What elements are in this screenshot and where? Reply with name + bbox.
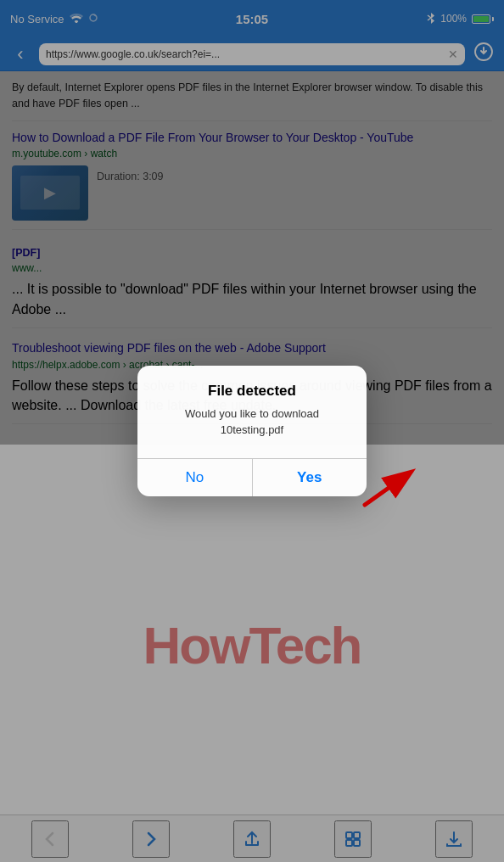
svg-line-6 — [365, 473, 409, 505]
file-detected-modal: File detected Would you like to download… — [137, 366, 367, 495]
modal-content: File detected Would you like to download… — [137, 366, 367, 444]
modal-buttons: No Yes — [137, 459, 367, 496]
modal-yes-button[interactable]: Yes — [253, 459, 367, 496]
modal-overlay: File detected Would you like to download… — [0, 0, 504, 862]
arrow-container — [356, 458, 424, 521]
red-arrow-icon — [356, 458, 424, 518]
modal-message: Would you like to download10testing.pdf — [151, 406, 353, 437]
modal-no-button[interactable]: No — [137, 459, 252, 496]
modal-title: File detected — [151, 383, 353, 400]
